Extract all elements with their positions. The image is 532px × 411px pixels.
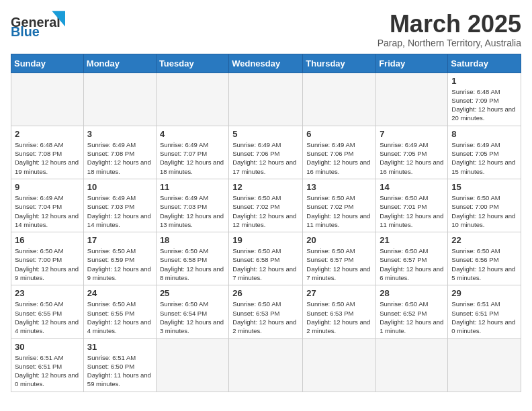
svg-text:Blue: Blue [11,24,40,38]
day-info: Sunrise: 6:50 AM Sunset: 6:59 PM Dayligh… [87,246,152,282]
calendar-cell [83,73,156,126]
calendar-cell: 14Sunrise: 6:50 AM Sunset: 7:01 PM Dayli… [376,179,448,232]
header-saturday: Saturday [448,54,521,73]
day-number: 29 [451,288,517,298]
calendar-cell: 24Sunrise: 6:50 AM Sunset: 6:55 PM Dayli… [83,285,156,338]
day-info: Sunrise: 6:49 AM Sunset: 7:07 PM Dayligh… [160,140,225,176]
header-sunday: Sunday [11,54,84,73]
day-info: Sunrise: 6:50 AM Sunset: 7:00 PM Dayligh… [451,193,517,229]
day-info: Sunrise: 6:50 AM Sunset: 6:55 PM Dayligh… [87,300,152,335]
day-number: 5 [232,129,299,139]
day-number: 20 [306,235,372,245]
calendar-cell: 9Sunrise: 6:49 AM Sunset: 7:04 PM Daylig… [11,179,84,232]
calendar-cell [229,73,303,126]
calendar-cell: 29Sunrise: 6:51 AM Sunset: 6:51 PM Dayli… [448,285,521,338]
calendar-cell: 25Sunrise: 6:50 AM Sunset: 6:54 PM Dayli… [156,285,228,338]
calendar-cell: 1Sunrise: 6:48 AM Sunset: 7:09 PM Daylig… [448,73,521,126]
day-number: 9 [15,182,80,192]
day-info: Sunrise: 6:49 AM Sunset: 7:08 PM Dayligh… [87,140,152,176]
calendar-cell: 22Sunrise: 6:50 AM Sunset: 6:56 PM Dayli… [448,232,521,285]
day-number: 18 [160,235,225,245]
day-number: 27 [306,288,372,298]
day-number: 11 [160,182,225,192]
calendar-cell [156,73,228,126]
day-info: Sunrise: 6:51 AM Sunset: 6:50 PM Dayligh… [87,353,152,389]
calendar-cell: 26Sunrise: 6:50 AM Sunset: 6:53 PM Dayli… [229,285,303,338]
day-number: 4 [160,129,225,139]
day-info: Sunrise: 6:49 AM Sunset: 7:06 PM Dayligh… [232,140,299,176]
day-number: 13 [306,182,372,192]
calendar-cell: 13Sunrise: 6:50 AM Sunset: 7:02 PM Dayli… [303,179,376,232]
calendar-cell: 17Sunrise: 6:50 AM Sunset: 6:59 PM Dayli… [83,232,156,285]
day-info: Sunrise: 6:49 AM Sunset: 7:05 PM Dayligh… [451,140,517,176]
day-number: 7 [380,129,444,139]
day-info: Sunrise: 6:49 AM Sunset: 7:05 PM Dayligh… [380,140,444,176]
day-number: 28 [380,288,444,298]
day-number: 23 [15,288,80,298]
day-info: Sunrise: 6:50 AM Sunset: 6:58 PM Dayligh… [232,246,299,282]
calendar-cell: 11Sunrise: 6:49 AM Sunset: 7:03 PM Dayli… [156,179,228,232]
day-info: Sunrise: 6:50 AM Sunset: 7:01 PM Dayligh… [380,193,444,229]
calendar-cell: 6Sunrise: 6:49 AM Sunset: 7:06 PM Daylig… [303,126,376,179]
day-number: 10 [87,182,152,192]
day-number: 3 [87,129,152,139]
calendar-cell: 3Sunrise: 6:49 AM Sunset: 7:08 PM Daylig… [83,126,156,179]
day-info: Sunrise: 6:50 AM Sunset: 6:54 PM Dayligh… [160,300,225,335]
calendar-cell: 15Sunrise: 6:50 AM Sunset: 7:00 PM Dayli… [448,179,521,232]
calendar-cell: 2Sunrise: 6:48 AM Sunset: 7:08 PM Daylig… [11,126,84,179]
calendar-cell: 27Sunrise: 6:50 AM Sunset: 6:53 PM Dayli… [303,285,376,338]
calendar-table: Sunday Monday Tuesday Wednesday Thursday… [11,54,521,392]
header-friday: Friday [376,54,448,73]
calendar-cell: 31Sunrise: 6:51 AM Sunset: 6:50 PM Dayli… [83,338,156,392]
calendar-cell: 16Sunrise: 6:50 AM Sunset: 7:00 PM Dayli… [11,232,84,285]
day-info: Sunrise: 6:50 AM Sunset: 6:58 PM Dayligh… [160,246,225,282]
calendar-cell [303,338,376,392]
day-info: Sunrise: 6:49 AM Sunset: 7:03 PM Dayligh… [160,193,225,229]
day-number: 14 [380,182,444,192]
day-number: 1 [451,76,517,86]
calendar-cell [376,73,448,126]
month-year-title: March 2025 [378,11,521,38]
calendar-cell: 20Sunrise: 6:50 AM Sunset: 6:57 PM Dayli… [303,232,376,285]
calendar-cell: 23Sunrise: 6:50 AM Sunset: 6:55 PM Dayli… [11,285,84,338]
calendar-cell [376,338,448,392]
day-number: 8 [451,129,517,139]
calendar-cell: 12Sunrise: 6:50 AM Sunset: 7:02 PM Dayli… [229,179,303,232]
calendar-cell [448,338,521,392]
day-number: 26 [232,288,299,298]
calendar-cell [11,73,84,126]
header-tuesday: Tuesday [156,54,228,73]
day-info: Sunrise: 6:48 AM Sunset: 7:09 PM Dayligh… [451,87,517,123]
calendar-cell: 8Sunrise: 6:49 AM Sunset: 7:05 PM Daylig… [448,126,521,179]
day-number: 25 [160,288,225,298]
day-info: Sunrise: 6:50 AM Sunset: 7:02 PM Dayligh… [306,193,372,229]
day-number: 2 [15,129,80,139]
day-number: 21 [380,235,444,245]
day-number: 31 [87,342,152,352]
day-info: Sunrise: 6:51 AM Sunset: 6:51 PM Dayligh… [451,300,517,335]
day-info: Sunrise: 6:50 AM Sunset: 7:02 PM Dayligh… [232,193,299,229]
day-info: Sunrise: 6:50 AM Sunset: 6:57 PM Dayligh… [380,246,444,282]
day-info: Sunrise: 6:50 AM Sunset: 7:00 PM Dayligh… [15,246,80,282]
header: General Blue March 2025 Parap, Northern … [11,11,521,48]
day-info: Sunrise: 6:50 AM Sunset: 6:53 PM Dayligh… [232,300,299,335]
header-wednesday: Wednesday [229,54,303,73]
day-number: 19 [232,235,299,245]
day-number: 6 [306,129,372,139]
day-info: Sunrise: 6:49 AM Sunset: 7:04 PM Dayligh… [15,193,80,229]
calendar-cell [303,73,376,126]
day-number: 15 [451,182,517,192]
calendar-cell [229,338,303,392]
calendar-cell: 21Sunrise: 6:50 AM Sunset: 6:57 PM Dayli… [376,232,448,285]
calendar-cell [156,338,228,392]
day-number: 24 [87,288,152,298]
day-info: Sunrise: 6:49 AM Sunset: 7:06 PM Dayligh… [306,140,372,176]
calendar-cell: 30Sunrise: 6:51 AM Sunset: 6:51 PM Dayli… [11,338,84,392]
day-info: Sunrise: 6:50 AM Sunset: 6:53 PM Dayligh… [306,300,372,335]
calendar-cell: 28Sunrise: 6:50 AM Sunset: 6:52 PM Dayli… [376,285,448,338]
day-number: 17 [87,235,152,245]
calendar-cell: 18Sunrise: 6:50 AM Sunset: 6:58 PM Dayli… [156,232,228,285]
title-area: March 2025 Parap, Northern Territory, Au… [378,11,521,48]
day-number: 12 [232,182,299,192]
day-number: 30 [15,342,80,352]
